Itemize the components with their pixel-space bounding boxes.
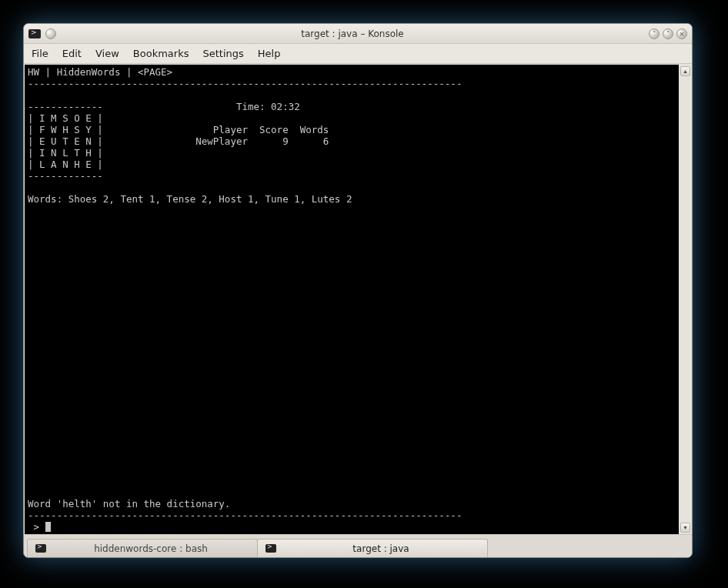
- menu-file[interactable]: File: [32, 48, 48, 59]
- menu-settings[interactable]: Settings: [202, 48, 243, 59]
- menubar: File Edit View Bookmarks Settings Help: [24, 44, 692, 64]
- term-grid-row: | I M S O E |: [28, 112, 103, 124]
- menu-edit[interactable]: Edit: [62, 48, 82, 59]
- close-button[interactable]: ×: [676, 28, 687, 39]
- terminal-tab-icon: [265, 544, 276, 553]
- terminal-container: HW | HiddenWords | <PAGE> --------------…: [24, 64, 692, 534]
- minimize-button[interactable]: ˅: [649, 28, 660, 39]
- maximize-button[interactable]: ˄: [663, 28, 673, 39]
- terminal-tab-icon: [35, 544, 46, 553]
- term-grid-top: -------------: [28, 101, 103, 112]
- term-error: Word 'helth' not in the dictionary.: [28, 498, 230, 509]
- scroll-down-button[interactable]: ▾: [680, 523, 690, 533]
- tabbar: hiddenwords-core : bash target : java: [24, 534, 692, 557]
- terminal-output[interactable]: HW | HiddenWords | <PAGE> --------------…: [25, 65, 679, 534]
- konsole-window: target : java – Konsole ˅ ˄ × File Edit …: [23, 23, 693, 558]
- menu-help[interactable]: Help: [258, 48, 281, 59]
- term-time: Time: 02:32: [103, 101, 300, 112]
- term-divider: ----------------------------------------…: [28, 509, 462, 521]
- window-menu-button[interactable]: [45, 28, 56, 39]
- menu-bookmarks[interactable]: Bookmarks: [133, 48, 189, 59]
- tab-label: hiddenwords-core : bash: [52, 543, 249, 554]
- window-title: target : java – Konsole: [56, 28, 649, 39]
- term-grid-row: | I N L T H |: [28, 147, 103, 159]
- term-grid-row: | F W H S Y | Player Score Words: [28, 124, 329, 135]
- term-grid-bottom: -------------: [28, 170, 103, 182]
- tab-target-java[interactable]: target : java: [257, 539, 488, 557]
- terminal-app-icon: [28, 29, 41, 38]
- term-header: HW | HiddenWords | <PAGE>: [28, 66, 172, 78]
- term-grid-row: | E U T E N | NewPlayer 9 6: [28, 135, 329, 147]
- term-words: Words: Shoes 2, Tent 1, Tense 2, Host 1,…: [28, 193, 352, 205]
- scrollbar[interactable]: ▴ ▾: [679, 65, 692, 534]
- menu-view[interactable]: View: [95, 48, 119, 59]
- tab-hiddenwords-core[interactable]: hiddenwords-core : bash: [27, 539, 258, 557]
- term-grid-row: | L A N H E |: [28, 159, 103, 170]
- titlebar[interactable]: target : java – Konsole ˅ ˄ ×: [24, 24, 692, 44]
- term-divider: ----------------------------------------…: [28, 78, 462, 89]
- scroll-up-button[interactable]: ▴: [680, 66, 690, 76]
- tab-label: target : java: [282, 543, 479, 554]
- term-prompt: >: [28, 521, 45, 533]
- cursor-icon: [45, 522, 51, 532]
